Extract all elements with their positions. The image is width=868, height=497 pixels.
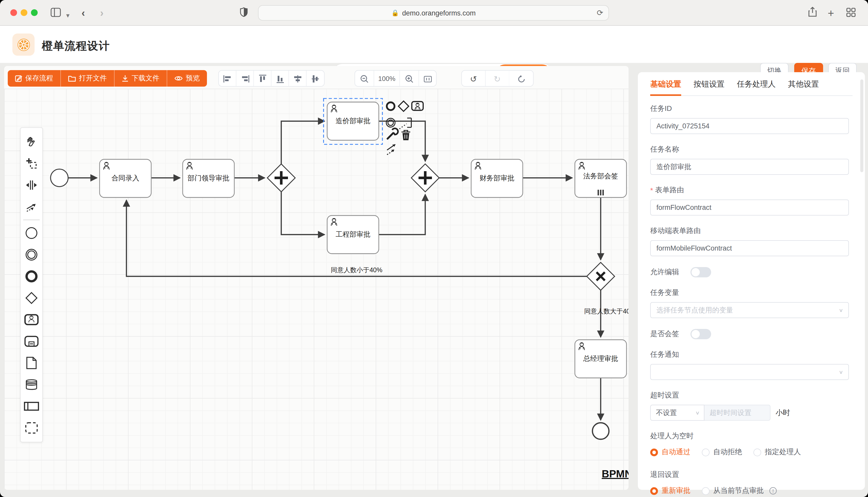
radio-re-approve[interactable]: 重新审批 <box>650 486 690 495</box>
timeout-unit: 小时 <box>776 408 790 417</box>
shield-icon[interactable] <box>240 7 248 20</box>
forward-icon[interactable]: › <box>100 7 104 19</box>
append-gateway-icon[interactable] <box>398 101 409 111</box>
hand-tool-icon[interactable] <box>20 131 43 153</box>
task-finance[interactable]: 财务部审批 <box>471 159 523 197</box>
append-intermediate-event-icon[interactable] <box>386 118 395 127</box>
trash-icon[interactable] <box>401 130 410 140</box>
start-event[interactable] <box>51 169 68 187</box>
task-legal-countersign[interactable]: 法务部会签 <box>575 159 626 197</box>
back-icon[interactable]: ‹ <box>82 7 85 19</box>
data-store-icon[interactable] <box>20 374 43 395</box>
parallel-gateway-split[interactable] <box>267 164 295 192</box>
task-notify-select[interactable]: ∨ <box>650 364 849 380</box>
timeout-value-input[interactable] <box>704 405 770 421</box>
chevron-down-icon[interactable]: ▼ <box>65 9 71 22</box>
user-task-icon[interactable] <box>20 309 43 330</box>
bpmn-io-watermark[interactable]: BPMN.iO <box>602 468 629 480</box>
tab-task-assignee[interactable]: 任务处理人 <box>737 80 776 95</box>
svg-text:造价部审批: 造价部审批 <box>336 117 371 125</box>
radio-auto-approve[interactable]: 自动通过 <box>650 448 690 457</box>
edge-label[interactable]: 同意人数小于40% <box>331 266 382 273</box>
task-name-label: 任务名称 <box>650 145 853 154</box>
close-window-button[interactable] <box>10 9 17 16</box>
tab-button-settings[interactable]: 按钮设置 <box>693 80 725 95</box>
bpmn-canvas[interactable]: 保存流程 打开文件 下载文件 预览 <box>4 66 629 490</box>
task-gm-approval[interactable]: 总经理审批 <box>575 340 626 378</box>
svg-text:总经理审批: 总经理审批 <box>583 355 618 363</box>
radio-assign-handler[interactable]: 指定处理人 <box>754 448 801 457</box>
tab-other-settings[interactable]: 其他设置 <box>788 80 819 95</box>
start-event-icon[interactable] <box>20 222 43 244</box>
page-title: 橙单流程设计 <box>42 39 110 53</box>
panel-tabs: 基础设置 按钮设置 任务处理人 其他设置 <box>650 80 853 96</box>
group-icon[interactable] <box>20 417 43 439</box>
radio-auto-reject[interactable]: 自动拒绝 <box>702 448 742 457</box>
url-bar[interactable]: 🔒 demo.orangeforms.com ⟳ <box>258 5 609 20</box>
append-end-event-icon[interactable] <box>387 102 395 110</box>
reject-setting-options: 重新审批 从当前节点审批! <box>650 486 853 495</box>
minimize-window-button[interactable] <box>20 9 27 16</box>
chevron-down-icon: ∨ <box>839 307 843 313</box>
allow-edit-toggle[interactable] <box>690 267 711 278</box>
connect-icon[interactable] <box>387 144 395 155</box>
task-id-input[interactable] <box>650 118 849 134</box>
end-event-icon[interactable] <box>20 266 43 287</box>
task-contract-entry[interactable]: 合同录入 <box>100 159 151 197</box>
subprocess-icon[interactable] <box>20 330 43 352</box>
tool-palette <box>20 127 43 442</box>
panel-scrollbar[interactable] <box>860 80 863 172</box>
tab-basic-settings[interactable]: 基础设置 <box>650 80 681 95</box>
svg-text:财务部审批: 财务部审批 <box>480 174 514 182</box>
svg-text:法务部会签: 法务部会签 <box>583 172 618 180</box>
data-object-icon[interactable] <box>20 352 43 374</box>
edge-label[interactable]: 同意人数大于40% <box>584 308 629 315</box>
svg-text:合同录入: 合同录入 <box>111 174 139 182</box>
required-asterisk: * <box>650 186 653 194</box>
svg-text:工程部审批: 工程部审批 <box>336 230 371 238</box>
info-icon[interactable]: ! <box>769 487 777 494</box>
allow-edit-label: 允许编辑 <box>650 268 679 277</box>
form-route-input[interactable] <box>650 200 849 215</box>
assignee-empty-options: 自动通过 自动拒绝 指定处理人 <box>650 448 853 457</box>
zoom-window-button[interactable] <box>31 9 38 16</box>
tab-overview-icon[interactable] <box>846 8 856 20</box>
reload-icon[interactable]: ⟳ <box>597 8 603 17</box>
radio-icon <box>702 448 709 456</box>
intermediate-event-icon[interactable] <box>20 244 43 266</box>
annotation-icon[interactable] <box>399 118 411 129</box>
participant-icon[interactable] <box>20 395 43 417</box>
task-cost-dept[interactable]: 造价部审批 <box>327 102 379 140</box>
timeout-mode-select[interactable]: 不设置∨ <box>650 405 704 421</box>
sidebar-icon[interactable] <box>51 8 61 20</box>
reject-setting-label: 退回设置 <box>650 470 853 480</box>
task-name-input[interactable] <box>650 159 849 175</box>
gateway-icon[interactable] <box>20 287 43 309</box>
task-dept-leader[interactable]: 部门领导审批 <box>183 159 234 197</box>
wrench-icon[interactable] <box>388 128 398 139</box>
lasso-tool-icon[interactable] <box>20 153 43 174</box>
space-tool-icon[interactable] <box>20 174 43 196</box>
append-user-task-icon[interactable] <box>412 102 423 110</box>
chevron-down-icon: ∨ <box>839 369 843 375</box>
countersign-toggle[interactable] <box>690 329 711 339</box>
svg-text:部门领导审批: 部门领导审批 <box>188 174 230 182</box>
context-pad <box>386 101 423 155</box>
lock-icon: 🔒 <box>391 9 399 16</box>
mobile-form-route-input[interactable] <box>650 240 849 256</box>
exclusive-gateway[interactable] <box>587 262 615 290</box>
global-connect-icon[interactable] <box>20 196 43 217</box>
new-tab-icon[interactable]: + <box>828 7 834 19</box>
share-icon[interactable] <box>808 7 817 20</box>
timeout-label: 超时设置 <box>650 391 853 400</box>
browser-chrome: ▼ ‹ › 🔒 demo.orangeforms.com ⟳ + <box>0 0 868 26</box>
orange-logo-icon <box>16 38 31 52</box>
app-header: 橙单流程设计 基础信息 流程变量 流程状态 流程设计 切换 保存 返回 <box>0 26 868 63</box>
radio-from-current-node[interactable]: 从当前节点审批! <box>702 486 777 495</box>
task-engineering[interactable]: 工程部审批 <box>327 215 379 254</box>
chevron-down-icon: ∨ <box>695 410 700 415</box>
radio-icon <box>754 448 761 456</box>
end-event[interactable] <box>592 423 609 439</box>
parallel-gateway-join[interactable] <box>411 164 439 192</box>
task-variable-select[interactable]: 选择任务节点使用的变量∨ <box>650 302 849 318</box>
